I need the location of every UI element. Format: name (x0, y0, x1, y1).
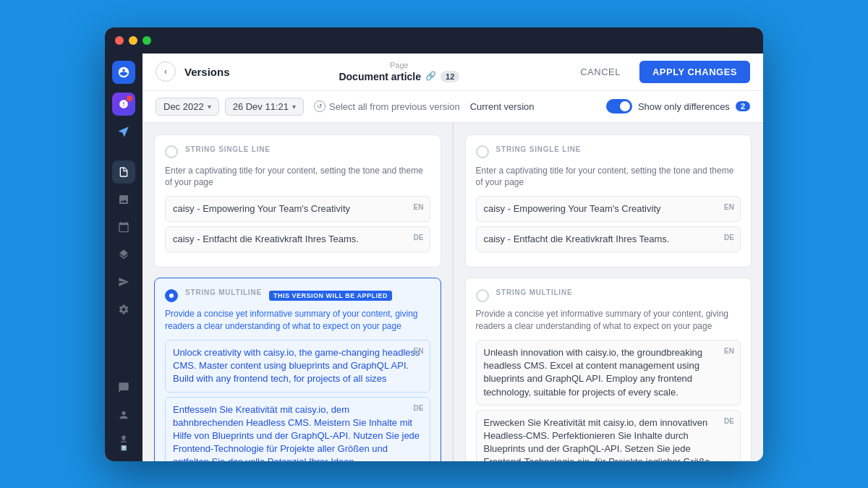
doc-title: Document article 🔗 12 (339, 70, 459, 83)
version-number: 12 (441, 71, 459, 82)
right-multi-label: STRING MULTILINE (496, 288, 573, 296)
minimize-dot[interactable] (129, 36, 137, 45)
right-single-field-en: caisy - Empowering Your Team's Creativit… (476, 196, 741, 222)
main-window: ⬆️ ‹ Versions Page Document article 🔗 12 (105, 27, 763, 461)
sidebar: ⬆️ (105, 53, 142, 461)
maximize-dot[interactable] (142, 36, 151, 45)
top-header: ‹ Versions Page Document article 🔗 12 CA… (142, 53, 763, 91)
sidebar-icon-upload[interactable]: ⬆️ (112, 431, 135, 454)
left-single-radio[interactable] (165, 145, 178, 158)
right-single-description: Enter a captivating title for your conte… (476, 165, 741, 189)
left-single-label: STRING SINGLE LINE (185, 145, 271, 153)
left-multi-field-de: Entfesseln Sie Kreativität mit caisy.io,… (165, 397, 430, 461)
left-multi-label: STRING MULTILINE (185, 288, 262, 296)
back-button[interactable]: ‹ (156, 61, 176, 82)
close-dot[interactable] (115, 36, 124, 45)
right-single-de-tag: DE (724, 233, 734, 243)
right-single-label: STRING SINGLE LINE (496, 145, 582, 153)
date-chevron: ▾ (208, 103, 211, 111)
upload-label: ⬆️ (121, 445, 127, 451)
right-multi-de-tag: DE (724, 416, 734, 427)
left-multi-en-tag: EN (414, 346, 424, 356)
sidebar-icon-notifications[interactable] (112, 93, 135, 116)
left-single-de-value: caisy - Entfacht die Kreativkraft Ihres … (173, 234, 359, 244)
sidebar-icon-document[interactable] (112, 160, 135, 184)
left-multi-de-tag: DE (414, 403, 424, 414)
right-string-multiline: STRING MULTILINE Provide a concise yet i… (465, 278, 752, 461)
diff-count-badge: 2 (736, 101, 750, 111)
cancel-button[interactable]: CANCEL (569, 61, 632, 83)
time-chevron: ▾ (292, 103, 296, 111)
version-select: Dec 2022 ▾ 26 Dev 11:21 ▾ (156, 98, 304, 116)
right-single-field-de: caisy - Entfacht die Kreativkraft Ihres … (476, 226, 741, 252)
toggle-label: Show only differences (638, 101, 730, 112)
right-string-single-line: STRING SINGLE LINE Enter a captivating t… (465, 134, 752, 268)
current-version-label: Current version (470, 101, 535, 112)
version-bar: Dec 2022 ▾ 26 Dev 11:21 ▾ ↺ Select all f… (142, 91, 763, 123)
time-picker[interactable]: 26 Dev 11:21 ▾ (225, 98, 304, 116)
sidebar-icon-send[interactable] (112, 270, 135, 294)
time-label: 26 Dev 11:21 (233, 101, 289, 112)
sidebar-icon-settings[interactable] (112, 298, 135, 321)
version-applied-badge: THIS VERSION WILL BE APPLIED (269, 291, 392, 301)
columns-area: STRING SINGLE LINE Enter a captivating t… (142, 123, 763, 461)
header-actions: CANCEL APPLY CHANGES (569, 61, 750, 83)
right-multi-radio[interactable] (476, 289, 489, 302)
page-label: Page (390, 60, 409, 70)
sidebar-icon-user[interactable] (112, 403, 135, 427)
left-single-field-de: caisy - Entfacht die Kreativkraft Ihres … (165, 226, 430, 252)
left-multi-radio[interactable] (165, 289, 178, 302)
sidebar-icon-calendar[interactable] (112, 215, 135, 239)
left-single-en-value: caisy - Empowering Your Team's Creativit… (173, 203, 350, 214)
left-string-multiline: STRING MULTILINE THIS VERSION WILL BE AP… (154, 278, 441, 461)
apply-changes-button[interactable]: APPLY CHANGES (639, 61, 750, 83)
left-string-single-line: STRING SINGLE LINE Enter a captivating t… (154, 134, 441, 268)
date-label: Dec 2022 (163, 101, 204, 112)
left-multi-description: Provide a concise yet informative summar… (165, 308, 430, 333)
left-single-en-tag: EN (414, 202, 424, 213)
toggle-area: Show only differences 2 (606, 99, 750, 114)
header-center: Page Document article 🔗 12 (239, 60, 561, 83)
right-multi-field-de: Erwecken Sie Kreativität mit caisy.io, d… (476, 410, 741, 461)
content-area: ‹ Versions Page Document article 🔗 12 CA… (142, 53, 763, 461)
titlebar (105, 27, 763, 53)
diff-toggle[interactable] (606, 99, 632, 114)
left-multi-en-value: Unlock creativity with caisy.io, the gam… (173, 347, 420, 384)
doc-title-text: Document article (339, 70, 421, 83)
right-single-en-tag: EN (724, 202, 734, 213)
right-multi-en-tag: EN (724, 346, 734, 356)
left-column: STRING SINGLE LINE Enter a captivating t… (142, 123, 453, 461)
right-column: STRING SINGLE LINE Enter a captivating t… (454, 123, 764, 461)
date-picker[interactable]: Dec 2022 ▾ (156, 98, 219, 116)
link-icon: 🔗 (425, 71, 436, 82)
select-all-icon: ↺ (314, 100, 326, 112)
versions-title: Versions (184, 66, 230, 78)
sidebar-icon-bird[interactable] (112, 120, 135, 143)
sidebar-icon-chat[interactable] (112, 376, 135, 399)
right-multi-field-en: Unleash innovation with caisy.io, the gr… (476, 340, 741, 406)
left-multi-field-en: Unlock creativity with caisy.io, the gam… (165, 340, 430, 393)
select-all-label: Select all from previous version (329, 101, 460, 112)
right-single-de-value: caisy - Entfacht die Kreativkraft Ihres … (484, 234, 670, 244)
left-single-description: Enter a captivating title for your conte… (165, 165, 430, 189)
sidebar-icon-layers[interactable] (112, 243, 135, 266)
right-multi-description: Provide a concise yet informative summar… (476, 308, 741, 333)
right-single-radio[interactable] (476, 145, 489, 158)
left-single-de-tag: DE (414, 233, 424, 243)
left-multi-de-value: Entfesseln Sie Kreativität mit caisy.io,… (173, 404, 420, 461)
select-all-button[interactable]: ↺ Select all from previous version (314, 100, 460, 112)
sidebar-icon-image[interactable] (112, 188, 135, 211)
sidebar-logo[interactable] (112, 61, 135, 84)
right-multi-en-value: Unleash innovation with caisy.io, the gr… (484, 347, 703, 398)
right-single-en-value: caisy - Empowering Your Team's Creativit… (484, 203, 661, 214)
right-multi-de-value: Erwecken Sie Kreativität mit caisy.io, d… (484, 417, 713, 461)
left-single-field-en: caisy - Empowering Your Team's Creativit… (165, 196, 430, 222)
